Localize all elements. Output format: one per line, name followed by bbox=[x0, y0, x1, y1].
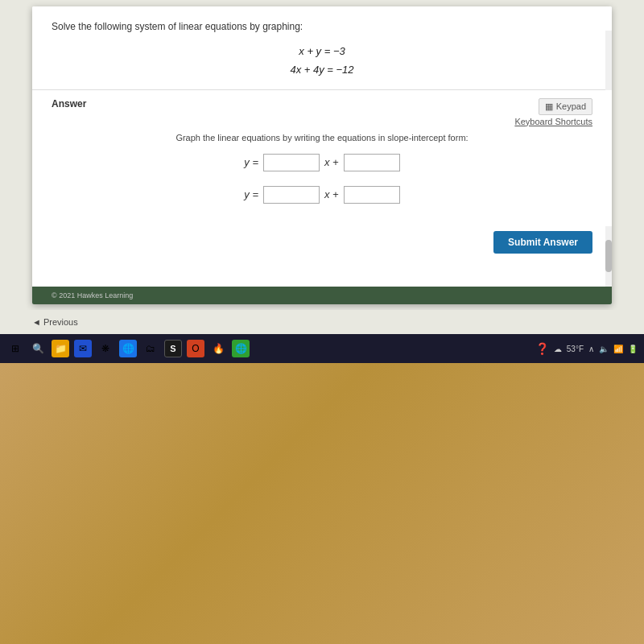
keypad-icon: ▦ bbox=[545, 101, 553, 112]
eq2-intercept-input[interactable] bbox=[344, 186, 400, 204]
taskbar-s[interactable]: S bbox=[164, 340, 182, 357]
graph-instruction: Graph the linear equations by writing th… bbox=[52, 133, 592, 142]
taskbar-dropbox[interactable]: ❋ bbox=[97, 340, 114, 357]
laptop-body: hp ds tab del del ⏻ delete home % & * 8 bbox=[0, 363, 644, 644]
taskbar-globe[interactable]: 🌐 bbox=[232, 340, 250, 357]
footer-copyright: © 2021 Hawkes Learning bbox=[52, 291, 133, 299]
keypad-button[interactable]: ▦ Keypad bbox=[539, 98, 592, 115]
taskbar-browser[interactable]: 🌐 bbox=[119, 340, 137, 357]
taskbar-start[interactable]: ⊞ bbox=[6, 340, 24, 357]
taskbar-network[interactable]: 📶 bbox=[613, 345, 623, 353]
taskbar-fire[interactable]: 🔥 bbox=[209, 340, 227, 357]
eq2-slope-input[interactable] bbox=[263, 186, 320, 204]
taskbar-right: ❓ ☁ 53°F ∧ 🔈 📶 🔋 bbox=[535, 342, 638, 355]
eq2-prefix: y = bbox=[244, 188, 258, 200]
eq1-slope-input[interactable] bbox=[263, 154, 320, 171]
footer-bar: © 2021 Hawkes Learning bbox=[32, 287, 612, 304]
answer-section: Answer ▦ Keypad Keyboard Shortcuts Graph… bbox=[32, 90, 612, 226]
previous-button[interactable]: ◄ Previous bbox=[32, 317, 78, 327]
equation-input-row-1: y = x + bbox=[52, 154, 592, 171]
taskbar-email[interactable]: ✉ bbox=[74, 340, 92, 357]
problem-instruction: Solve the following system of linear equ… bbox=[52, 21, 592, 32]
eq1-middle: x + bbox=[324, 156, 339, 168]
nav-area: ◄ Previous bbox=[0, 310, 644, 334]
equation-input-row-2: y = x + bbox=[52, 186, 592, 204]
screen-area: Solve the following system of linear equ… bbox=[0, 0, 644, 346]
browser-content: Solve the following system of linear equ… bbox=[32, 6, 612, 304]
taskbar-speaker[interactable]: 🔈 bbox=[599, 345, 609, 353]
eq1-intercept-input[interactable] bbox=[344, 154, 400, 171]
taskbar-chevron[interactable]: ∧ bbox=[588, 345, 594, 353]
taskbar-battery[interactable]: 🔋 bbox=[628, 345, 638, 353]
taskbar-files[interactable]: 📁 bbox=[52, 340, 69, 357]
answer-label: Answer bbox=[52, 98, 86, 109]
submit-area: Submit Answer bbox=[32, 226, 612, 262]
eq2-middle: x + bbox=[324, 188, 339, 200]
keypad-label: Keypad bbox=[556, 101, 586, 111]
equation-1: x + y = −3 bbox=[52, 42, 592, 60]
problem-section: Solve the following system of linear equ… bbox=[32, 6, 612, 90]
eq1-prefix: y = bbox=[244, 156, 258, 168]
temperature: 53°F bbox=[567, 345, 584, 353]
equations-block: x + y = −3 4x + 4y = −12 bbox=[52, 42, 592, 80]
equation-2: 4x + 4y = −12 bbox=[52, 60, 592, 79]
taskbar-office[interactable]: O bbox=[187, 340, 204, 357]
taskbar-cloud: ☁ bbox=[554, 345, 562, 353]
taskbar-search[interactable]: 🔍 bbox=[29, 340, 47, 357]
answer-header: Answer ▦ Keypad Keyboard Shortcuts bbox=[52, 98, 592, 126]
submit-button[interactable]: Submit Answer bbox=[493, 231, 592, 254]
taskbar: ⊞ 🔍 📁 ✉ ❋ 🌐 🗂 S O 🔥 🌐 ❓ ☁ 53°F ∧ 🔈 📶 🔋 bbox=[0, 334, 644, 363]
right-tools: ▦ Keypad Keyboard Shortcuts bbox=[514, 98, 592, 126]
taskbar-apps[interactable]: 🗂 bbox=[142, 340, 159, 357]
scrollbar-thumb[interactable] bbox=[605, 240, 612, 272]
keyboard-shortcuts-link[interactable]: Keyboard Shortcuts bbox=[514, 117, 592, 126]
taskbar-question[interactable]: ❓ bbox=[535, 342, 549, 355]
